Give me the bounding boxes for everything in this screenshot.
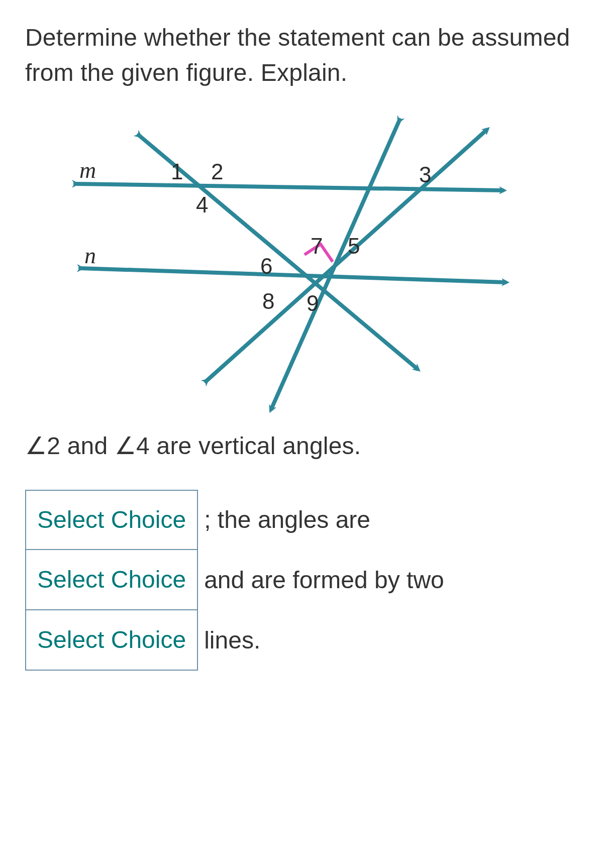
angle-label-8: 8 [262,289,274,313]
select-choice-2[interactable]: Select Choice [25,550,198,610]
angle-label-9: 9 [307,291,319,315]
label-line-n: n [84,243,96,268]
statement-text: ∠2 and ∠4 are vertical angles. [25,431,579,460]
angle-label-6: 6 [260,254,272,278]
question-prompt: Determine whether the statement can be a… [25,20,579,90]
angle-label-5: 5 [348,234,360,258]
label-line-m: m [79,157,96,183]
answer-row-1: Select Choice ; the angles are [25,490,579,550]
answer-text-1: ; the angles are [204,508,370,532]
answer-text-2: and are formed by two [204,568,444,592]
geometry-figure: m n 1 2 3 4 5 6 7 8 9 [25,100,518,421]
angle-label-1: 1 [171,159,183,184]
line-m [75,184,502,190]
angle-label-4: 4 [196,192,208,217]
answer-row-2: Select Choice and are formed by two [25,550,579,610]
answer-block: Select Choice ; the angles are Select Ch… [25,490,579,671]
angle-label-7: 7 [311,234,323,258]
select-choice-3[interactable]: Select Choice [25,610,198,671]
line-n [80,268,505,282]
answer-row-3: Select Choice lines. [25,610,579,671]
transversal-q-r [206,130,486,381]
angle-label-2: 2 [211,159,223,184]
figure-container: m n 1 2 3 4 5 6 7 8 9 [25,100,579,421]
select-choice-1[interactable]: Select Choice [25,490,198,550]
angle-label-3: 3 [419,162,431,187]
answer-text-3: lines. [204,628,260,653]
